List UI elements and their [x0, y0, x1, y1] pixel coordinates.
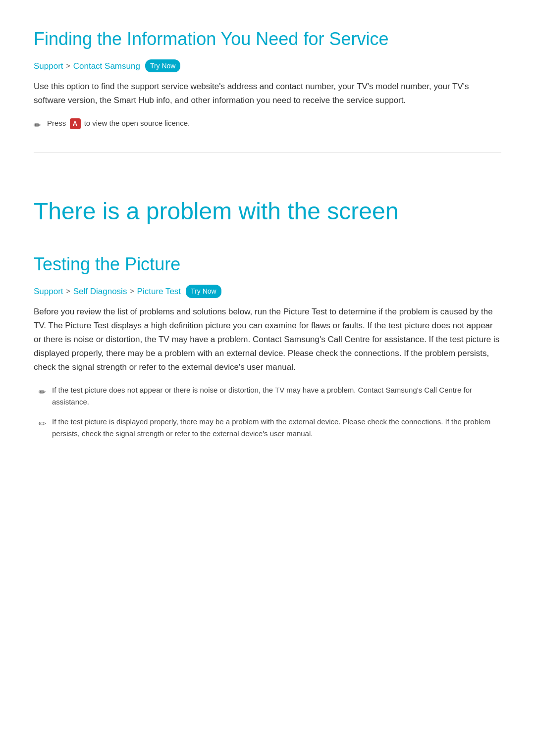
try-now-badge-2[interactable]: Try Now — [186, 285, 221, 298]
section-finding-info: Finding the Information You Need for Ser… — [34, 20, 501, 133]
breadcrumb-picture-test-link[interactable]: Picture Test — [137, 285, 181, 298]
note-text-1: If the test picture does not appear or t… — [52, 384, 501, 408]
section-screen-problem: There is a problem with the screen Testi… — [34, 183, 501, 440]
note-item-1: ✏ If the test picture does not appear or… — [39, 384, 501, 408]
pencil-icon-3: ✏ — [39, 417, 46, 431]
breadcrumb-support-link[interactable]: Support — [34, 59, 63, 73]
pencil-icon-2: ✏ — [39, 385, 46, 400]
subsection-testing-picture: Testing the Picture Support > Self Diagn… — [34, 245, 501, 440]
try-now-badge-1[interactable]: Try Now — [145, 59, 181, 72]
section-divider — [34, 152, 501, 153]
breadcrumb-sep3: > — [130, 286, 134, 297]
breadcrumb-self-diagnosis-link[interactable]: Self Diagnosis — [73, 285, 127, 298]
subsection-body-text: Before you review the list of problems a… — [34, 305, 501, 374]
section1-note-text: Press A to view the open source licence. — [47, 117, 501, 129]
breadcrumb-sep2: > — [66, 286, 70, 297]
subsection-title: Testing the Picture — [34, 245, 501, 279]
pencil-icon-1: ✏ — [34, 118, 41, 133]
breadcrumb-support-link-2[interactable]: Support — [34, 285, 63, 298]
subsection-breadcrumb: Support > Self Diagnosis > Picture Test … — [34, 285, 501, 298]
breadcrumb-contact-samsung-link[interactable]: Contact Samsung — [73, 59, 140, 73]
key-a-badge: A — [70, 118, 81, 129]
note-text-2: If the test picture is displayed properl… — [52, 416, 501, 440]
section1-body-text: Use this option to find the support serv… — [34, 80, 501, 107]
subsection-notes-list: ✏ If the test picture does not appear or… — [34, 384, 501, 440]
section1-title: Finding the Information You Need for Ser… — [34, 20, 501, 53]
section1-note: ✏ Press A to view the open source licenc… — [34, 117, 501, 133]
note-item-2: ✏ If the test picture is displayed prope… — [39, 416, 501, 440]
section2-title: There is a problem with the screen — [34, 183, 501, 231]
breadcrumb-sep1: > — [66, 60, 70, 71]
section1-breadcrumb: Support > Contact Samsung Try Now — [34, 59, 501, 73]
